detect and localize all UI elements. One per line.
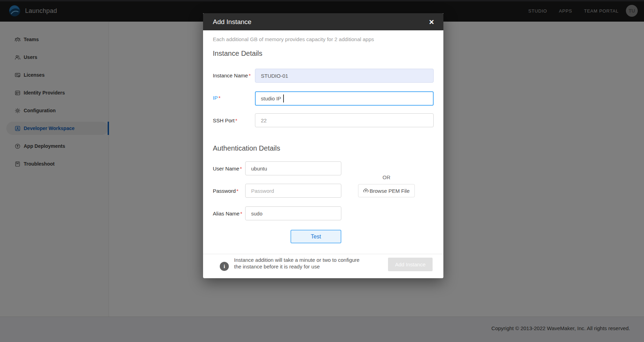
alias-name-field[interactable] [245, 206, 341, 220]
browse-pem-button[interactable]: Browse PEM File [358, 184, 415, 197]
upload-icon [363, 188, 368, 193]
test-button[interactable]: Test [290, 230, 341, 243]
instance-details-heading: Instance Details [213, 50, 262, 58]
authentication-details-heading: Authentication Details [213, 144, 280, 152]
modal-footer-note-line1: Instance addition will take a minute or … [234, 257, 359, 263]
add-instance-modal: Add Instance ✕ Each additional GB of mem… [203, 13, 443, 278]
instance-name-field[interactable] [255, 69, 434, 83]
required-marker: * [240, 211, 242, 216]
instance-name-label: Instance Name* [213, 73, 251, 78]
modal-header: Add Instance ✕ [203, 13, 443, 30]
modal-footer-divider [203, 254, 443, 254]
user-name-label: User Name* [213, 166, 242, 172]
text-caret [283, 94, 284, 102]
ip-field-wrapper [255, 91, 434, 106]
alias-name-label: Alias Name* [213, 211, 242, 216]
required-marker: * [235, 117, 238, 123]
required-marker: * [240, 166, 242, 172]
ip-field[interactable] [255, 91, 434, 106]
user-name-field[interactable] [245, 161, 341, 175]
browse-pem-label: Browse PEM File [370, 188, 410, 194]
modal-note: Each additional GB of memory provides ca… [213, 36, 374, 42]
password-label: Password* [213, 188, 239, 194]
required-marker: * [249, 73, 251, 78]
password-field[interactable] [245, 184, 341, 198]
info-icon: i [220, 262, 229, 271]
modal-footer-note-line2: the instance before it is ready for use [234, 263, 320, 270]
ssh-port-field[interactable] [255, 113, 434, 127]
ssh-port-label: SSH Port* [213, 117, 237, 123]
app-root: Launchpad STUDIO APPS TEAM PORTAL TU Tea… [0, 0, 644, 342]
add-instance-button[interactable]: Add Instance [388, 258, 433, 271]
required-marker: * [236, 188, 239, 194]
ip-label: IP* [213, 95, 220, 101]
close-icon[interactable]: ✕ [427, 17, 436, 27]
modal-title: Add Instance [213, 13, 251, 30]
required-marker: * [218, 95, 220, 101]
or-separator: OR [358, 174, 415, 180]
